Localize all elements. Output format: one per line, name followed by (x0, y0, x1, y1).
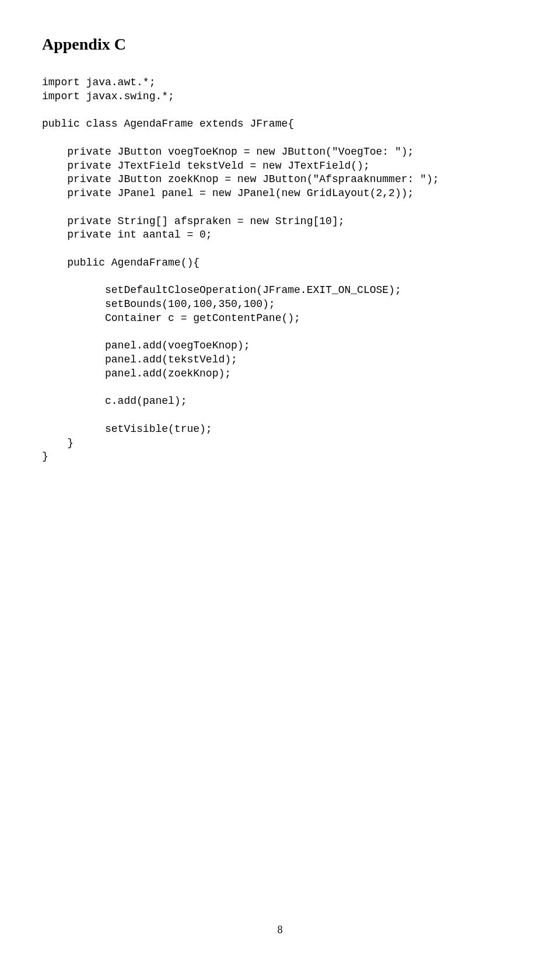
appendix-heading: Appendix C (42, 35, 518, 54)
page-number: 8 (0, 924, 560, 936)
code-block: import java.awt.*; import javax.swing.*;… (42, 76, 518, 464)
document-page: Appendix C import java.awt.*; import jav… (0, 0, 560, 464)
